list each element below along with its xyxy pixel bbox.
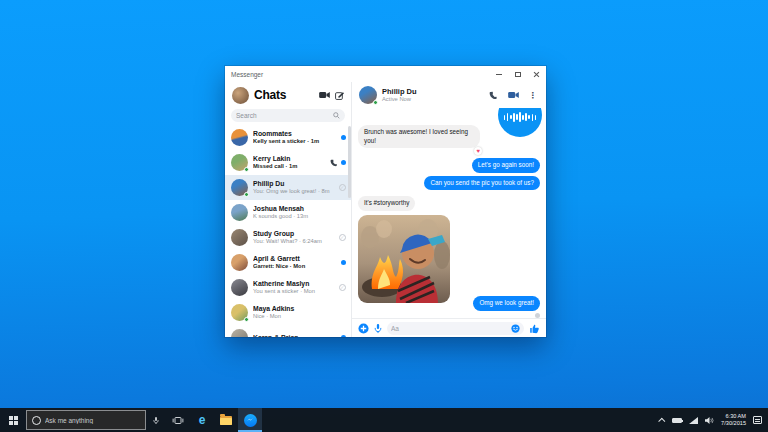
chat-row-study-group[interactable]: Study Group You: Wait! What? · 6:24am ✓ <box>225 225 351 250</box>
chat-preview: Nice · Mon <box>253 313 341 320</box>
avatar <box>231 154 248 171</box>
compose-icon <box>335 91 344 100</box>
message-bubble-outgoing: Can you send the pic you took of us? <box>424 176 540 191</box>
messenger-taskbar-button[interactable] <box>238 408 262 432</box>
chat-preview: You: Omg we look great! · 8m <box>253 188 334 195</box>
edge-browser-button[interactable]: e <box>190 408 214 432</box>
chat-row-maya-adkins[interactable]: Maya Adkins Nice · Mon <box>225 300 351 325</box>
avatar <box>231 129 248 146</box>
compose-message-button[interactable] <box>335 91 344 100</box>
microphone-icon <box>153 416 159 425</box>
voice-call-button[interactable] <box>489 91 498 100</box>
chats-title: Chats <box>254 88 314 102</box>
chat-preview-missed-call: Missed call · 1m <box>253 163 325 170</box>
message-input-pill[interactable] <box>387 322 524 335</box>
minimize-icon <box>496 74 502 75</box>
new-video-call-button[interactable] <box>319 91 330 99</box>
add-attachment-button[interactable] <box>358 323 369 334</box>
message-bubble-outgoing: Let's go again soon! <box>472 158 540 173</box>
more-options-button[interactable]: ⋮ <box>529 91 537 100</box>
chat-name: Katherine Maslyn <box>253 280 334 288</box>
video-call-button[interactable] <box>508 91 519 99</box>
clock-time: 6:30 AM <box>721 413 746 420</box>
avatar <box>231 229 248 246</box>
chat-row-roommates[interactable]: Roommates Kelly sent a sticker · 1m <box>225 125 351 150</box>
avatar <box>231 204 248 221</box>
unread-dot <box>341 135 346 140</box>
chat-search-input[interactable] <box>236 112 330 119</box>
voice-clip-button[interactable] <box>374 323 382 334</box>
chat-name: Maya Adkins <box>253 305 341 313</box>
conversation-panel: Phillip Du Active Now ⋮ <box>352 82 546 337</box>
chat-row-april-garrett[interactable]: April & Garrett Garrett: Nice · Mon <box>225 250 351 275</box>
chat-row-karan-brian[interactable]: Karan & Brian <box>225 325 351 337</box>
chat-list: Roommates Kelly sent a sticker · 1m Kerr… <box>225 125 351 337</box>
message-bubble-incoming: It's #storyworthy <box>358 196 415 211</box>
messenger-window: Messenger Chats <box>225 66 546 337</box>
conversation-avatar[interactable] <box>359 86 377 104</box>
avatar <box>231 329 248 337</box>
close-button[interactable] <box>527 66 546 82</box>
presence-dot <box>244 167 249 172</box>
file-explorer-button[interactable] <box>214 408 238 432</box>
volume-icon[interactable] <box>705 416 714 425</box>
chat-name: Study Group <box>253 230 334 238</box>
chat-row-katherine-maslyn[interactable]: Katherine Maslyn You sent a sticker · Mo… <box>225 275 351 300</box>
chats-sidebar: Chats <box>225 82 352 337</box>
chat-preview: You sent a sticker · Mon <box>253 288 334 295</box>
message-bubble-incoming: Brunch was awesome! I loved seeing you! … <box>358 125 480 148</box>
conversation-status: Active Now <box>382 96 484 103</box>
chat-row-phillip-du[interactable]: Phillip Du You: Omg we look great! · 8m … <box>225 175 351 200</box>
chat-name: Karan & Brian <box>253 334 336 338</box>
action-center-button[interactable] <box>753 416 762 424</box>
taskbar-mic-button[interactable] <box>146 408 166 432</box>
my-profile-avatar[interactable] <box>232 87 249 104</box>
maximize-button[interactable] <box>508 66 527 82</box>
unread-dot <box>341 335 346 337</box>
unread-dot <box>341 260 346 265</box>
avatar <box>231 254 248 271</box>
chat-row-kerry-lakin[interactable]: Kerry Lakin Missed call · 1m <box>225 150 351 175</box>
chat-search-box[interactable] <box>231 109 345 122</box>
taskbar: e 6:30 AM 7/30/2015 <box>0 408 768 432</box>
like-button[interactable] <box>529 323 540 334</box>
photo-message[interactable] <box>358 215 450 303</box>
chat-row-joshua-mensah[interactable]: Joshua Mensah K sounds good · 13m <box>225 200 351 225</box>
message-input[interactable] <box>391 325 508 332</box>
network-icon[interactable] <box>689 417 698 424</box>
avatar <box>231 179 248 196</box>
plus-circle-icon <box>358 323 369 334</box>
conversation-name: Phillip Du <box>382 87 484 96</box>
video-camera-icon <box>319 91 330 99</box>
presence-dot <box>244 192 249 197</box>
search-icon <box>333 112 340 119</box>
chat-name: Kerry Lakin <box>253 155 325 163</box>
delivered-icon: ✓ <box>339 284 346 291</box>
phone-icon <box>489 91 498 100</box>
read-receipt-icon <box>535 313 540 318</box>
chat-preview: Garrett: Nice · Mon <box>253 263 336 270</box>
messenger-icon <box>244 414 257 427</box>
microphone-icon <box>374 323 382 334</box>
maximize-icon <box>515 72 521 77</box>
cortana-search-box[interactable] <box>26 410 146 430</box>
task-view-button[interactable] <box>166 408 190 432</box>
battery-icon[interactable] <box>672 418 682 423</box>
show-hidden-icons-button[interactable] <box>658 417 665 424</box>
chat-list-scrollbar[interactable] <box>348 126 351 198</box>
heart-reaction[interactable]: ♥ <box>474 147 482 155</box>
taskbar-clock[interactable]: 6:30 AM 7/30/2015 <box>721 413 746 426</box>
emoji-button[interactable] <box>511 324 520 333</box>
chat-name: April & Garrett <box>253 255 336 263</box>
window-titlebar[interactable]: Messenger <box>225 66 546 82</box>
task-view-icon <box>172 416 184 425</box>
video-camera-icon <box>508 91 519 99</box>
smiley-icon <box>511 324 520 333</box>
start-button[interactable] <box>0 408 26 432</box>
message-list: Brunch was awesome! I loved seeing you! … <box>352 108 546 318</box>
minimize-button[interactable] <box>489 66 508 82</box>
cortana-search-input[interactable] <box>45 417 140 424</box>
folder-icon <box>220 416 232 425</box>
cortana-icon <box>32 416 41 425</box>
unread-dot <box>341 160 346 165</box>
